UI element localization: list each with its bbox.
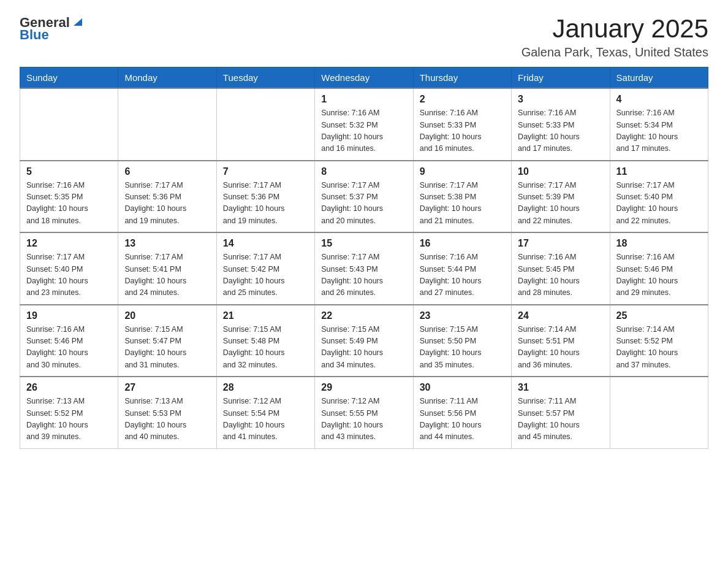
calendar-cell: 18Sunrise: 7:16 AM Sunset: 5:46 PM Dayli… [610,232,708,305]
day-info: Sunrise: 7:16 AM Sunset: 5:44 PM Dayligh… [420,251,505,299]
day-info: Sunrise: 7:17 AM Sunset: 5:42 PM Dayligh… [223,251,308,299]
day-info: Sunrise: 7:17 AM Sunset: 5:43 PM Dayligh… [321,251,406,299]
calendar-cell [118,88,216,161]
day-number: 1 [321,94,406,105]
calendar-cell: 29Sunrise: 7:12 AM Sunset: 5:55 PM Dayli… [315,377,413,448]
day-number: 23 [420,310,505,321]
day-info: Sunrise: 7:16 AM Sunset: 5:46 PM Dayligh… [616,251,702,299]
week-row-5: 26Sunrise: 7:13 AM Sunset: 5:52 PM Dayli… [20,377,708,448]
day-info: Sunrise: 7:11 AM Sunset: 5:57 PM Dayligh… [518,396,603,443]
calendar-cell: 16Sunrise: 7:16 AM Sunset: 5:44 PM Dayli… [413,232,511,305]
day-number: 8 [321,166,406,177]
day-number: 3 [518,94,603,105]
day-info: Sunrise: 7:17 AM Sunset: 5:40 PM Dayligh… [616,180,702,228]
day-number: 12 [26,238,112,249]
calendar-cell: 3Sunrise: 7:16 AM Sunset: 5:33 PM Daylig… [512,88,610,161]
day-info: Sunrise: 7:16 AM Sunset: 5:46 PM Dayligh… [26,324,112,372]
weekday-header-saturday: Saturday [610,67,708,89]
day-info: Sunrise: 7:16 AM Sunset: 5:34 PM Dayligh… [616,107,702,155]
day-number: 27 [124,382,210,393]
week-row-4: 19Sunrise: 7:16 AM Sunset: 5:46 PM Dayli… [20,305,708,377]
day-info: Sunrise: 7:13 AM Sunset: 5:52 PM Dayligh… [26,396,112,443]
day-number: 11 [616,166,702,177]
day-number: 15 [321,238,406,249]
day-number: 16 [420,238,505,249]
calendar-cell: 15Sunrise: 7:17 AM Sunset: 5:43 PM Dayli… [315,232,413,305]
location-title: Galena Park, Texas, United States [521,45,708,59]
day-info: Sunrise: 7:17 AM Sunset: 5:41 PM Dayligh… [124,251,210,299]
calendar-cell: 28Sunrise: 7:12 AM Sunset: 5:54 PM Dayli… [216,377,314,448]
calendar-cell: 13Sunrise: 7:17 AM Sunset: 5:41 PM Dayli… [118,232,216,305]
weekday-header-tuesday: Tuesday [216,67,314,89]
day-info: Sunrise: 7:15 AM Sunset: 5:49 PM Dayligh… [321,324,406,372]
weekday-header-monday: Monday [118,67,216,89]
day-info: Sunrise: 7:16 AM Sunset: 5:32 PM Dayligh… [321,107,406,155]
calendar-cell: 5Sunrise: 7:16 AM Sunset: 5:35 PM Daylig… [20,161,118,233]
calendar-cell: 22Sunrise: 7:15 AM Sunset: 5:49 PM Dayli… [315,305,413,377]
day-number: 10 [518,166,603,177]
calendar-cell: 9Sunrise: 7:17 AM Sunset: 5:38 PM Daylig… [413,161,511,233]
day-number: 21 [223,310,308,321]
day-info: Sunrise: 7:15 AM Sunset: 5:48 PM Dayligh… [223,324,308,372]
calendar-cell [20,88,118,161]
calendar-cell: 6Sunrise: 7:17 AM Sunset: 5:36 PM Daylig… [118,161,216,233]
calendar-cell: 12Sunrise: 7:17 AM Sunset: 5:40 PM Dayli… [20,232,118,305]
day-info: Sunrise: 7:16 AM Sunset: 5:45 PM Dayligh… [518,251,603,299]
day-info: Sunrise: 7:17 AM Sunset: 5:38 PM Dayligh… [420,180,505,228]
day-info: Sunrise: 7:13 AM Sunset: 5:53 PM Dayligh… [124,396,210,443]
calendar-cell: 4Sunrise: 7:16 AM Sunset: 5:34 PM Daylig… [610,88,708,161]
day-info: Sunrise: 7:14 AM Sunset: 5:52 PM Dayligh… [616,324,702,372]
week-row-3: 12Sunrise: 7:17 AM Sunset: 5:40 PM Dayli… [20,232,708,305]
day-number: 17 [518,238,603,249]
week-row-1: 1Sunrise: 7:16 AM Sunset: 5:32 PM Daylig… [20,88,708,161]
day-info: Sunrise: 7:15 AM Sunset: 5:50 PM Dayligh… [420,324,505,372]
weekday-header-wednesday: Wednesday [315,67,413,89]
calendar-cell [610,377,708,448]
logo-blue: Blue [20,27,49,43]
day-number: 30 [420,382,505,393]
logo: General Blue [20,15,85,43]
calendar-cell [216,88,314,161]
day-number: 29 [321,382,406,393]
day-info: Sunrise: 7:17 AM Sunset: 5:40 PM Dayligh… [26,251,112,299]
calendar-cell: 21Sunrise: 7:15 AM Sunset: 5:48 PM Dayli… [216,305,314,377]
day-number: 20 [124,310,210,321]
title-block: January 2025 Galena Park, Texas, United … [521,15,708,59]
day-info: Sunrise: 7:16 AM Sunset: 5:33 PM Dayligh… [518,107,603,155]
day-info: Sunrise: 7:16 AM Sunset: 5:35 PM Dayligh… [26,180,112,228]
day-info: Sunrise: 7:17 AM Sunset: 5:37 PM Dayligh… [321,180,406,228]
calendar-cell: 17Sunrise: 7:16 AM Sunset: 5:45 PM Dayli… [512,232,610,305]
weekday-header-thursday: Thursday [413,67,511,89]
weekday-header-friday: Friday [512,67,610,89]
calendar-cell: 2Sunrise: 7:16 AM Sunset: 5:33 PM Daylig… [413,88,511,161]
day-number: 5 [26,166,112,177]
calendar-cell: 20Sunrise: 7:15 AM Sunset: 5:47 PM Dayli… [118,305,216,377]
calendar-cell: 25Sunrise: 7:14 AM Sunset: 5:52 PM Dayli… [610,305,708,377]
weekday-header-sunday: Sunday [20,67,118,89]
day-number: 31 [518,382,603,393]
day-number: 9 [420,166,505,177]
day-info: Sunrise: 7:12 AM Sunset: 5:54 PM Dayligh… [223,396,308,443]
calendar-cell: 10Sunrise: 7:17 AM Sunset: 5:39 PM Dayli… [512,161,610,233]
day-number: 2 [420,94,505,105]
calendar-cell: 7Sunrise: 7:17 AM Sunset: 5:36 PM Daylig… [216,161,314,233]
day-number: 4 [616,94,702,105]
day-info: Sunrise: 7:17 AM Sunset: 5:36 PM Dayligh… [223,180,308,228]
calendar-cell: 30Sunrise: 7:11 AM Sunset: 5:56 PM Dayli… [413,377,511,448]
calendar-cell: 31Sunrise: 7:11 AM Sunset: 5:57 PM Dayli… [512,377,610,448]
day-number: 24 [518,310,603,321]
calendar-cell: 27Sunrise: 7:13 AM Sunset: 5:53 PM Dayli… [118,377,216,448]
day-number: 14 [223,238,308,249]
logo-triangle-icon [71,15,85,28]
day-info: Sunrise: 7:17 AM Sunset: 5:39 PM Dayligh… [518,180,603,228]
svg-marker-0 [74,18,82,26]
calendar-cell: 19Sunrise: 7:16 AM Sunset: 5:46 PM Dayli… [20,305,118,377]
day-number: 26 [26,382,112,393]
calendar-cell: 1Sunrise: 7:16 AM Sunset: 5:32 PM Daylig… [315,88,413,161]
day-number: 13 [124,238,210,249]
day-number: 7 [223,166,308,177]
calendar-cell: 8Sunrise: 7:17 AM Sunset: 5:37 PM Daylig… [315,161,413,233]
day-info: Sunrise: 7:14 AM Sunset: 5:51 PM Dayligh… [518,324,603,372]
calendar-cell: 23Sunrise: 7:15 AM Sunset: 5:50 PM Dayli… [413,305,511,377]
calendar-cell: 14Sunrise: 7:17 AM Sunset: 5:42 PM Dayli… [216,232,314,305]
